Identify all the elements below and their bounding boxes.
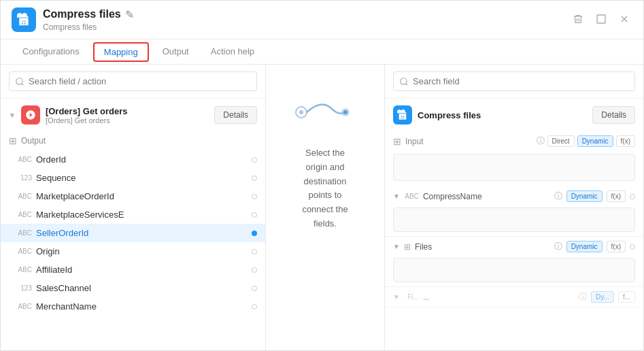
tabs-bar: Configurations Mapping Output Action hel… — [1, 39, 643, 65]
field-item-affiliate-id[interactable]: ABC AffiliateId — [1, 261, 265, 279]
right-panel: Compress files Details ⊞ Input ⓘ Direct … — [385, 65, 643, 350]
tag-dynamic[interactable]: Dynamic — [577, 135, 613, 147]
partial-tag-dynamic[interactable]: Dy... — [591, 291, 614, 303]
target-name: Compress files — [418, 110, 587, 120]
input-tags: ⓘ Direct Dynamic f(x) — [537, 135, 635, 147]
partial-info-icon: ⓘ — [579, 291, 587, 303]
field-list: ABC OrderId 123 Sequence ABC Marketplace… — [1, 150, 265, 316]
compress-name-collapse-icon[interactable]: ▼ — [393, 193, 400, 200]
grid-icon: ⊞ — [9, 135, 17, 146]
files-tag-dynamic[interactable]: Dynamic — [566, 241, 603, 252]
compress-name-tag-fx[interactable]: f(x) — [607, 190, 626, 202]
mapping-field-compress-name: ▼ ABC CompressName ⓘ Dynamic f(x) — [385, 186, 643, 237]
compress-name-field-area[interactable] — [393, 207, 635, 232]
source-header: ▼ [Orders] Get orders [Orders] Get order… — [1, 99, 265, 131]
source-info: [Orders] Get orders [Orders] Get orders — [46, 106, 209, 124]
right-search-input[interactable] — [393, 71, 635, 91]
left-search-input[interactable] — [9, 71, 257, 91]
source-name: [Orders] Get orders — [46, 106, 209, 116]
target-icon — [393, 105, 412, 124]
compress-name-info-icon: ⓘ — [554, 190, 562, 202]
partial-collapse-icon[interactable]: ▼ — [393, 293, 400, 301]
svg-point-6 — [343, 110, 348, 114]
main-window: Compress files ✎ Compress files Configur… — [0, 0, 644, 351]
field-dot-seller-order-id — [252, 231, 257, 236]
input-section: ⊞ Input ⓘ Direct Dynamic f(x) ▼ ABC — [385, 131, 643, 350]
main-content: ▼ [Orders] Get orders [Orders] Get order… — [1, 65, 643, 350]
connector-illustration — [294, 92, 356, 133]
center-panel: Select the origin and destination points… — [266, 65, 385, 350]
field-item-origin[interactable]: ABC Origin — [1, 242, 265, 261]
field-connector-orderid — [252, 157, 257, 163]
files-collapse-icon[interactable]: ▼ — [393, 243, 400, 250]
target-header: Compress files Details — [385, 99, 643, 131]
files-connector — [630, 244, 635, 250]
tab-action-help[interactable]: Action help — [200, 39, 265, 65]
header-actions — [570, 11, 632, 29]
field-connector-origin — [252, 249, 257, 254]
field-item-seller-order-id[interactable]: ABC SellerOrderId — [1, 224, 265, 242]
tag-fx[interactable]: f(x) — [616, 135, 635, 147]
tab-mapping[interactable]: Mapping — [93, 42, 149, 62]
mapping-field-files-label: Files — [415, 242, 550, 252]
field-item-marketplace-services[interactable]: ABC MarketplaceServicesE — [1, 205, 265, 224]
compress-name-connector — [630, 194, 635, 199]
close-button[interactable] — [616, 11, 632, 29]
output-label: Output — [21, 136, 46, 146]
output-header: ⊞ Output — [1, 131, 265, 150]
tab-output[interactable]: Output — [152, 39, 200, 65]
left-panel: ▼ [Orders] Get orders [Orders] Get order… — [1, 65, 266, 350]
compress-name-tag-dynamic[interactable]: Dynamic — [566, 190, 603, 202]
partial-tag-fx[interactable]: f... — [618, 291, 635, 303]
field-item-sales-channel[interactable]: 123 SalesChannel — [1, 279, 265, 297]
mapping-field-partial: ▼ Fi... ... ⓘ Dy... f... — [385, 287, 643, 307]
tab-configurations[interactable]: Configurations — [12, 39, 90, 65]
field-connector-affiliate-id — [252, 267, 257, 273]
field-item-orderid[interactable]: ABC OrderId — [1, 150, 265, 169]
input-label: Input — [405, 137, 424, 146]
files-info-icon: ⓘ — [554, 241, 562, 252]
source-subtitle: [Orders] Get orders — [46, 116, 209, 124]
files-field-area[interactable] — [393, 258, 635, 282]
input-field-area[interactable] — [393, 154, 635, 181]
field-item-marketplace-order-id[interactable]: ABC MarketplaceOrderId — [1, 187, 265, 205]
mapping-field-files: ▼ ⊞ Files ⓘ Dynamic f(x) — [385, 237, 643, 287]
header-title-block: Compress files ✎ Compress files — [43, 8, 570, 32]
mapping-field-partial-header: ▼ Fi... ... ⓘ Dy... f... — [385, 287, 643, 307]
field-connector-merchant-name — [252, 304, 257, 310]
field-connector-sales-channel — [252, 286, 257, 291]
title-text: Compress files — [43, 8, 121, 20]
field-connector-marketplace-order-id — [252, 194, 257, 199]
maximize-button[interactable] — [593, 11, 609, 29]
field-connector-sequence — [252, 176, 257, 181]
header-subtitle: Compress files — [43, 22, 570, 32]
svg-point-4 — [299, 110, 303, 114]
mapping-field-compress-name-label: CompressName — [423, 192, 550, 201]
files-tag-fx[interactable]: f(x) — [607, 241, 626, 252]
input-grid-icon: ⊞ — [393, 136, 401, 147]
output-section: ⊞ Output ABC OrderId 123 Sequence — [1, 131, 265, 350]
field-item-merchant-name[interactable]: ABC MerchantName — [1, 297, 265, 316]
mapping-field-compress-name-header: ▼ ABC CompressName ⓘ Dynamic f(x) — [385, 186, 643, 206]
left-search-box — [1, 65, 265, 99]
svg-rect-0 — [597, 15, 605, 23]
field-item-sequence[interactable]: 123 Sequence — [1, 169, 265, 187]
mapping-field-files-header: ▼ ⊞ Files ⓘ Dynamic f(x) — [385, 237, 643, 256]
source-icon — [21, 105, 40, 124]
source-details-button[interactable]: Details — [214, 106, 257, 124]
delete-button[interactable] — [570, 11, 586, 29]
files-grid-icon: ⊞ — [404, 242, 411, 252]
right-search-box — [385, 65, 643, 99]
tag-direct[interactable]: Direct — [547, 135, 575, 147]
collapse-icon[interactable]: ▼ — [9, 112, 16, 119]
input-info-icon: ⓘ — [537, 135, 545, 147]
header: Compress files ✎ Compress files — [1, 1, 643, 39]
target-details-button[interactable]: Details — [592, 106, 635, 124]
app-icon — [12, 7, 36, 32]
header-title: Compress files ✎ — [43, 8, 570, 21]
field-connector-marketplace-services — [252, 212, 257, 218]
edit-icon[interactable]: ✎ — [125, 8, 134, 21]
center-help-text: Select the origin and destination points… — [302, 146, 348, 231]
input-section-header: ⊞ Input ⓘ Direct Dynamic f(x) — [385, 131, 643, 151]
